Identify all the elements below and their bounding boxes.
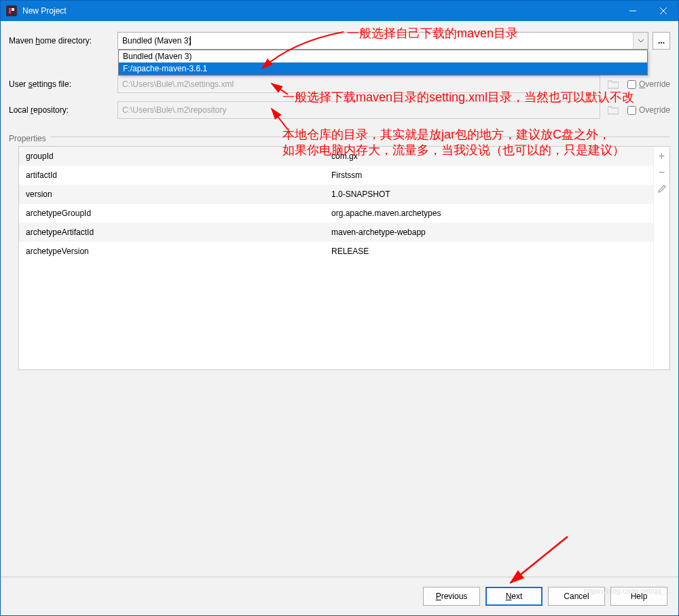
override-repo-check[interactable] xyxy=(627,106,636,115)
maven-home-dropdown: Bundled (Maven 3) F:/apache-maven-3.6.1 xyxy=(118,50,648,75)
table-row[interactable]: groupIdcom.gx xyxy=(19,147,653,166)
titlebar: New Project xyxy=(1,1,678,21)
content: Maven home directory: Bundled (Maven 3) … xyxy=(1,21,678,615)
override-settings-check[interactable] xyxy=(627,80,636,89)
edit-row-button[interactable] xyxy=(655,182,669,196)
help-button[interactable]: Help xyxy=(610,587,667,606)
remove-row-button[interactable]: − xyxy=(655,166,669,179)
override-settings-checkbox[interactable]: Override xyxy=(627,79,670,89)
user-settings-label: User settings file: xyxy=(9,79,117,89)
app-icon xyxy=(6,5,17,16)
minimize-button[interactable] xyxy=(617,1,648,21)
cancel-button[interactable]: Cancel xyxy=(548,587,605,606)
properties-body: groupIdcom.gx artifactIdFirstssm version… xyxy=(19,147,653,369)
footer-divider xyxy=(1,577,678,577)
table-row[interactable]: archetypeArtifactIdmaven-archetype-webap… xyxy=(19,223,653,242)
window-title: New Project xyxy=(22,6,617,16)
divider xyxy=(50,137,670,137)
local-repo-row: Local repository: C:\Users\Bule\.m2\repo… xyxy=(9,101,670,119)
footer: Previous Next Cancel Help xyxy=(9,587,670,610)
dropdown-option-bundled[interactable]: Bundled (Maven 3) xyxy=(119,50,647,62)
browse-repo-button[interactable] xyxy=(604,101,622,119)
maven-home-label: Maven home directory: xyxy=(9,36,117,46)
add-row-button[interactable]: + xyxy=(655,149,669,163)
svg-rect-1 xyxy=(12,8,14,11)
override-repo-checkbox[interactable]: Override xyxy=(627,105,670,115)
properties-header-row: Properties xyxy=(9,127,670,146)
combo-wrap: Bundled (Maven 3) Bundled (Maven 3) F:/a… xyxy=(117,32,670,50)
window-buttons xyxy=(617,1,678,21)
table-row[interactable]: artifactIdFirstssm xyxy=(19,166,653,185)
table-row[interactable]: archetypeVersionRELEASE xyxy=(19,242,653,261)
properties-header: Properties xyxy=(9,134,46,143)
maven-home-row: Maven home directory: Bundled (Maven 3) … xyxy=(9,32,670,50)
maven-home-combo[interactable]: Bundled (Maven 3) Bundled (Maven 3) F:/a… xyxy=(117,32,648,50)
browse-button[interactable]: ... xyxy=(653,32,670,50)
next-button[interactable]: Next xyxy=(485,587,543,606)
user-settings-row: User settings file: C:\Users\Bule\.m2\se… xyxy=(9,75,670,93)
local-repo-field: C:\Users\Bule\.m2\repository xyxy=(117,101,600,119)
window: New Project Maven home directory: Bundle… xyxy=(0,0,679,616)
chevron-down-icon[interactable] xyxy=(633,33,648,49)
text-cursor xyxy=(190,36,191,46)
svg-rect-0 xyxy=(9,8,11,14)
local-repo-label: Local repository: xyxy=(9,105,117,115)
table-row[interactable]: archetypeGroupIdorg.apache.maven.archety… xyxy=(19,204,653,223)
dropdown-option-custom[interactable]: F:/apache-maven-3.6.1 xyxy=(119,62,647,75)
user-settings-field: C:\Users\Bule\.m2\settings.xml xyxy=(117,75,600,93)
table-side-buttons: + − xyxy=(653,147,669,369)
previous-button[interactable]: Previous xyxy=(423,587,480,606)
table-row[interactable]: version1.0-SNAPSHOT xyxy=(19,185,653,204)
maven-home-value: Bundled (Maven 3) xyxy=(122,36,191,46)
close-button[interactable] xyxy=(648,1,678,21)
properties-table: groupIdcom.gx artifactIdFirstssm version… xyxy=(18,146,670,370)
browse-settings-button[interactable] xyxy=(604,75,622,93)
